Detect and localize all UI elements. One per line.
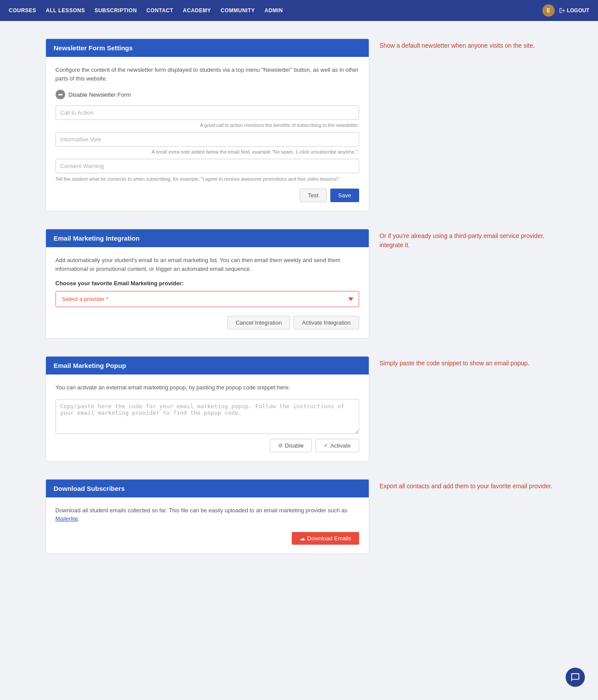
cloud-download-icon: ☁ [300, 535, 307, 542]
download-description: Download all student emails collected so… [56, 506, 359, 523]
newsletter-section: Newsletter Form Settings Configure the c… [45, 38, 553, 211]
popup-card-header: Email Marketing Popup [46, 357, 369, 374]
popup-side-note: Simply paste the code snippet to show an… [380, 356, 553, 368]
call-to-action-input[interactable] [56, 105, 359, 120]
popup-disable-button[interactable]: ⊘ Disable [270, 439, 312, 452]
page-wrapper: Newsletter Form Settings Configure the c… [37, 21, 562, 589]
call-to-action-field [56, 105, 359, 120]
informative-note-field [56, 132, 359, 147]
logout-button[interactable]: LOGOUT [559, 7, 589, 14]
consent-warning-input[interactable] [56, 159, 359, 173]
nav-academy[interactable]: ACADEMY [183, 7, 211, 14]
activate-integration-button[interactable]: Activate Integration [294, 316, 359, 329]
save-button[interactable]: Save [330, 189, 359, 202]
informative-note-hint: A small extra note added below the email… [56, 149, 359, 154]
integration-section: Email Marketing Integration Add automati… [45, 229, 553, 339]
download-card: Download Subscribers Download all studen… [45, 479, 369, 554]
integration-btn-row: Cancel Integration Activate Integration [56, 316, 359, 329]
integration-description: Add automatically your student's email t… [56, 256, 359, 273]
nav-courses[interactable]: COURSES [9, 7, 36, 14]
integration-card-body: Add automatically your student's email t… [46, 247, 369, 338]
popup-activate-button[interactable]: ✓ Activate [315, 439, 359, 452]
popup-btn-row: ⊘ Disable ✓ Activate [56, 439, 359, 452]
informative-note-input[interactable] [56, 132, 359, 147]
call-to-action-hint: A good call to action mentions the benef… [56, 122, 359, 128]
check-icon: ✓ [324, 442, 328, 448]
test-button[interactable]: Test [300, 189, 327, 202]
download-btn-row: ☁ Download Emails [56, 532, 359, 545]
newsletter-card-body: Configure the content of the newsletter … [46, 57, 369, 211]
download-card-header: Download Subscribers [46, 480, 369, 497]
download-card-body: Download all student emails collected so… [46, 497, 369, 553]
disable-toggle-icon[interactable] [56, 90, 65, 99]
popup-card-body: You can activate an external email marke… [46, 374, 369, 461]
integration-card-header: Email Marketing Integration [46, 229, 369, 247]
download-section: Download Subscribers Download all studen… [45, 479, 553, 554]
nav-all-lessons[interactable]: ALL LESSONS [46, 7, 85, 14]
nav-contact[interactable]: CONTACT [147, 7, 173, 14]
newsletter-card: Newsletter Form Settings Configure the c… [45, 38, 369, 211]
provider-select-wrapper: Select a provider * Mailchimp ActiveCamp… [56, 291, 359, 307]
slash-icon: ⊘ [278, 442, 283, 448]
newsletter-description: Configure the content of the newsletter … [56, 66, 359, 83]
user-avatar: E [542, 4, 555, 17]
provider-select[interactable]: Select a provider * Mailchimp ActiveCamp… [56, 291, 359, 307]
nav-admin[interactable]: ADMIN [265, 7, 283, 14]
popup-code-field [56, 399, 359, 435]
newsletter-side-note: Show a default newsletter when anyone vi… [380, 38, 553, 50]
download-emails-button[interactable]: ☁ Download Emails [292, 532, 359, 545]
integration-side-note: Or if you're already using a third-party… [380, 229, 553, 250]
choose-provider-label: Choose your favorite Email Marketing pro… [56, 280, 359, 287]
disable-toggle-label: Disable Newsletter Form [69, 91, 131, 98]
nav-subscription[interactable]: SUBSCRIPTION [94, 7, 137, 14]
popup-description: You can activate an external email marke… [56, 383, 359, 392]
newsletter-btn-row: Test Save [56, 189, 359, 202]
cancel-integration-button[interactable]: Cancel Integration [227, 316, 290, 329]
popup-code-textarea[interactable] [56, 399, 359, 434]
nav-community[interactable]: COMMUNITY [220, 7, 255, 14]
newsletter-card-header: Newsletter Form Settings [46, 39, 369, 57]
mailerlite-link[interactable]: Mailerlite [56, 515, 78, 522]
popup-card: Email Marketing Popup You can activate a… [45, 356, 369, 462]
navbar: COURSES ALL LESSONS SUBSCRIPTION CONTACT… [0, 0, 598, 21]
popup-section: Email Marketing Popup You can activate a… [45, 356, 553, 462]
integration-card: Email Marketing Integration Add automati… [45, 229, 369, 339]
consent-warning-hint: Tell the student what he consents to whe… [56, 176, 359, 182]
logout-icon [559, 7, 565, 14]
disable-toggle-row: Disable Newsletter Form [56, 90, 359, 99]
download-side-note: Export all contacts and add them to your… [380, 479, 553, 491]
consent-warning-field [56, 159, 359, 173]
